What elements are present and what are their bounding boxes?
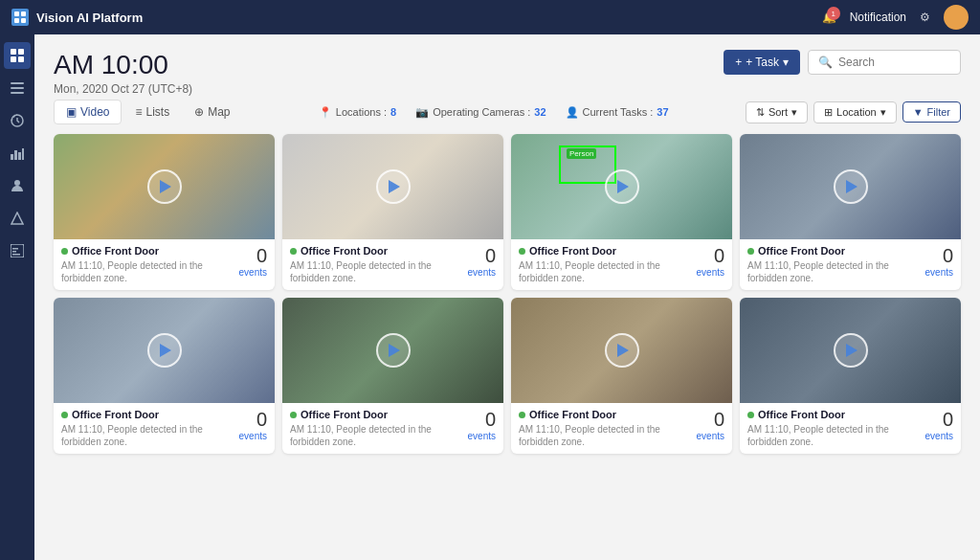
sidebar-item-chart[interactable] [4, 140, 31, 167]
play-button[interactable] [834, 169, 868, 204]
sort-button[interactable]: ⇅ Sort ▾ [746, 101, 808, 123]
tasks-value: 37 [657, 106, 668, 118]
tab-lists-label: Lists [146, 105, 170, 119]
video-thumbnail[interactable] [54, 134, 275, 239]
search-icon: 🔍 [818, 56, 833, 69]
video-grid: Office Front Door AM 11:10, People detec… [54, 134, 961, 454]
video-thumbnail[interactable] [54, 298, 275, 403]
event-label: events [925, 267, 953, 278]
video-thumbnail[interactable] [740, 134, 961, 239]
svg-rect-3 [21, 18, 26, 23]
app-logo-icon [11, 9, 29, 26]
task-dropdown-icon: ▾ [783, 56, 789, 69]
status-dot [747, 412, 754, 418]
svg-rect-0 [14, 11, 19, 16]
card-time: AM 11:10, [61, 260, 107, 271]
time-section: AM 10:00 Mon, 2020 Oct 27 (UTC+8) [54, 50, 192, 96]
notification-label: Notification [850, 11, 906, 24]
stat-tasks: 👤 Current Tasks : 37 [566, 106, 669, 119]
card-title: Office Front Door [290, 245, 468, 257]
nav-left: Vision AI Platform [11, 9, 143, 26]
search-input[interactable] [838, 56, 953, 69]
location-button[interactable]: ⊞ Location ▾ [813, 101, 897, 123]
notification-button[interactable]: 🔔 1 [822, 11, 836, 24]
video-thumbnail[interactable]: Person [511, 134, 732, 239]
card-left: Office Front Door AM 11:10, People detec… [747, 245, 925, 284]
tabs-controls-row: ▣ Video ≡ Lists ⊕ Map 📍 Locations : 8 [54, 100, 961, 124]
card-info: Office Front Door AM 11:10, People detec… [282, 239, 503, 290]
video-thumbnail[interactable] [282, 134, 503, 239]
cameras-label: Operating Cameras : [433, 106, 530, 118]
view-tabs: ▣ Video ≡ Lists ⊕ Map [54, 100, 242, 124]
tab-lists[interactable]: ≡ Lists [123, 100, 181, 124]
camera-icon: 📷 [415, 106, 429, 119]
svg-point-16 [14, 180, 20, 186]
sidebar-item-list[interactable] [4, 75, 31, 101]
camera-name: Office Front Door [72, 409, 159, 420]
status-dot [519, 248, 525, 255]
card-description: AM 11:10, People detected in the forbidd… [747, 259, 925, 284]
sidebar-item-grid[interactable] [4, 42, 31, 69]
svg-rect-1 [21, 11, 26, 16]
play-button[interactable] [834, 333, 868, 368]
camera-name: Office Front Door [529, 409, 616, 420]
card-time: AM 11:10, [519, 260, 565, 271]
video-thumbnail[interactable] [282, 298, 503, 403]
camera-name: Office Front Door [72, 245, 159, 257]
page-header: AM 10:00 Mon, 2020 Oct 27 (UTC+8) + + Ta… [54, 50, 961, 96]
play-button[interactable] [147, 169, 182, 204]
header-actions: + + Task ▾ 🔍 [724, 50, 961, 75]
add-task-button[interactable]: + + Task ▾ [724, 50, 800, 75]
video-card: Office Front Door AM 11:10, People detec… [740, 134, 961, 290]
card-description: AM 11:10, People detected in the forbidd… [519, 259, 697, 284]
tab-map-label: Map [208, 105, 230, 119]
play-button[interactable] [376, 333, 411, 368]
sort-icon: ⇅ [756, 106, 765, 119]
plus-icon: + [735, 56, 742, 69]
card-title: Office Front Door [747, 245, 925, 257]
play-button[interactable] [376, 169, 411, 204]
sidebar-item-users[interactable] [4, 172, 31, 199]
locations-label: Locations : [336, 106, 387, 118]
svg-rect-13 [14, 150, 17, 160]
stat-locations: 📍 Locations : 8 [319, 106, 396, 119]
card-description: AM 11:10, People detected in the forbidd… [61, 423, 239, 448]
video-card: Office Front Door AM 11:10, People detec… [282, 134, 503, 290]
play-button[interactable] [147, 333, 182, 368]
filter-button[interactable]: ▼ Filter [902, 101, 961, 123]
card-info: Office Front Door AM 11:10, People detec… [740, 239, 961, 290]
app-title: Vision AI Platform [36, 11, 143, 25]
event-count: 0 [468, 245, 496, 267]
card-events: 0 events [468, 245, 496, 278]
tab-video-label: Video [80, 105, 109, 119]
location-pin-icon: 📍 [319, 106, 332, 119]
tab-map[interactable]: ⊕ Map [183, 100, 241, 124]
sidebar-item-terminal[interactable] [4, 237, 31, 264]
card-time: AM 11:10, [747, 260, 793, 271]
tab-video[interactable]: ▣ Video [54, 100, 122, 124]
status-dot [61, 248, 68, 255]
svg-rect-4 [11, 49, 16, 55]
video-thumbnail[interactable] [740, 298, 961, 403]
card-description: AM 11:10, People detected in the forbidd… [290, 423, 468, 448]
play-button[interactable] [605, 169, 639, 204]
settings-icon[interactable]: ⚙ [920, 11, 930, 24]
card-title: Office Front Door [747, 409, 925, 420]
card-left: Office Front Door AM 11:10, People detec… [61, 409, 239, 448]
status-dot [519, 412, 525, 418]
user-avatar[interactable] [944, 5, 969, 30]
card-left: Office Front Door AM 11:10, People detec… [519, 245, 697, 284]
card-time: AM 11:10, [290, 424, 336, 435]
play-button[interactable] [605, 333, 639, 368]
camera-name: Office Front Door [301, 245, 388, 257]
play-icon [160, 344, 171, 357]
card-time: AM 11:10, [747, 424, 793, 435]
sidebar-item-shapes[interactable] [4, 205, 31, 232]
play-icon [160, 180, 171, 193]
svg-rect-15 [22, 148, 24, 160]
location-label: Location [836, 106, 877, 118]
play-icon [617, 344, 629, 357]
sidebar-item-history[interactable] [4, 107, 31, 134]
event-count: 0 [239, 245, 267, 267]
video-thumbnail[interactable] [511, 298, 732, 403]
